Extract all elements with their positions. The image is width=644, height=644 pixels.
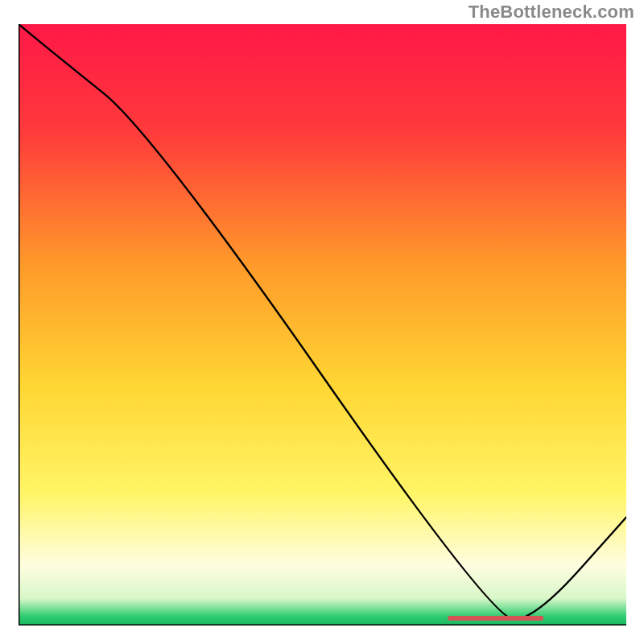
watermark-text: TheBottleneck.com bbox=[469, 2, 634, 23]
gradient-background bbox=[19, 24, 626, 625]
chart-svg bbox=[19, 24, 626, 625]
chart-stage: TheBottleneck.com bbox=[0, 0, 644, 644]
plot-area bbox=[19, 24, 626, 625]
